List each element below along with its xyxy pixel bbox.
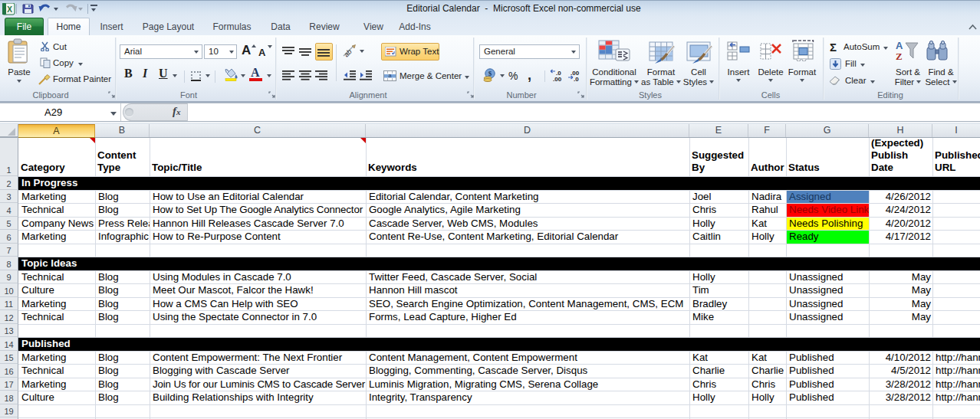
svg-text:.00: .00	[553, 76, 562, 82]
svg-text:A: A	[896, 40, 903, 51]
svg-text:X: X	[7, 5, 12, 14]
svg-text:$: $	[488, 70, 492, 77]
svg-text:a: a	[389, 73, 392, 78]
svg-text:ab: ab	[343, 47, 354, 58]
svg-text:Z: Z	[896, 51, 903, 62]
svg-text:.0: .0	[574, 76, 579, 82]
